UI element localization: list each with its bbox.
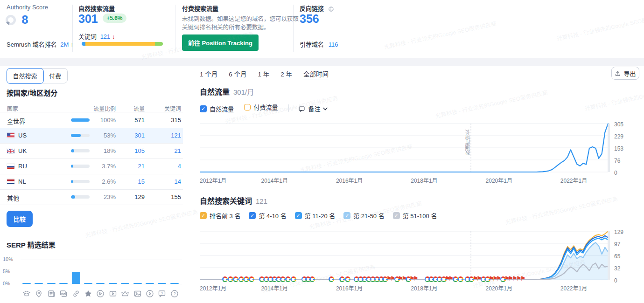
tab-paid[interactable]: 付费 <box>43 69 67 83</box>
serp-bar-others[interactable] <box>170 283 179 284</box>
organic-traffic-label: 自然搜索流量 <box>78 4 115 13</box>
checkbox-checked-icon: ✓ <box>343 212 350 219</box>
google-update-icon[interactable] <box>222 276 228 282</box>
chart1-controls: ✓ 自然流量 付费流量 备注 <box>200 103 336 113</box>
period-tab-1个月[interactable]: 1 个月 <box>200 69 217 80</box>
traffic-value[interactable]: 105 <box>120 147 145 154</box>
tab-organic[interactable]: 自然搜索 <box>7 68 44 84</box>
top-stories-icon[interactable] <box>121 289 129 297</box>
referring-domains-value-link[interactable]: 116 <box>329 41 338 48</box>
country-name: 其他 <box>7 195 19 202</box>
notes-dropdown[interactable]: 备注 <box>298 104 328 113</box>
x-tick-label: 2022年1月 <box>560 176 587 184</box>
serp-bar-images[interactable] <box>59 283 68 284</box>
period-tab-1年[interactable]: 1 年 <box>258 69 270 80</box>
traffic-value[interactable]: 301 <box>120 132 145 139</box>
video-carousel-icon[interactable] <box>146 289 154 297</box>
keywords-value[interactable]: 4 <box>153 163 181 170</box>
news-icon[interactable] <box>47 289 56 297</box>
x-tick-label: 2014年1月 <box>261 284 288 292</box>
country-row-US[interactable]: US53%301121 <box>0 128 183 143</box>
country-row-全世界[interactable]: 全世界100%571315 <box>0 112 183 128</box>
serp-bar-image-pack[interactable] <box>133 283 142 284</box>
pct-value: 18% <box>87 147 116 154</box>
country-row-UK[interactable]: UK18%10521 <box>0 143 183 158</box>
google-update-icon[interactable] <box>244 276 249 282</box>
serp-bar-top-stories[interactable] <box>121 283 129 284</box>
others-icon[interactable]: ? <box>170 289 179 297</box>
serp-bar-faq[interactable] <box>158 283 166 284</box>
organic-traffic-checkbox[interactable]: ✓ 自然流量 <box>200 104 234 113</box>
google-update-icon[interactable] <box>291 276 296 282</box>
export-button[interactable]: 导出 <box>611 67 639 80</box>
legend-checkbox-第4-10名[interactable]: ✓第 4-10 名 <box>249 211 286 220</box>
x-tick-label: 2018年1月 <box>411 176 437 184</box>
serp-bar-news[interactable] <box>47 283 56 284</box>
keywords-label: 关键词 <box>78 33 97 40</box>
alert-flag-icon[interactable]: ⚑ <box>520 276 526 282</box>
keywords-row: 关键词 121 ↓ <box>78 32 115 41</box>
google-update-icon[interactable] <box>329 276 334 282</box>
legend-checkbox-第51-100名[interactable]: ✓第 51-100 名 <box>393 211 437 220</box>
google-update-icon[interactable] <box>249 276 254 282</box>
serp-bar-knowledge-graph[interactable] <box>22 283 31 284</box>
legend-label: 第 4-10 名 <box>259 211 286 220</box>
keywords-value[interactable]: 14 <box>153 178 181 185</box>
organic-traffic-chart[interactable] <box>200 123 610 173</box>
images-icon[interactable] <box>59 289 68 297</box>
legend-checkbox-排名前3名[interactable]: ✓排名前 3 名 <box>200 211 240 220</box>
image-pack-icon[interactable] <box>133 289 142 297</box>
chart1-annotation: 数据库增长 <box>464 130 472 155</box>
period-tab-全部时间[interactable]: 全部时间 <box>303 69 329 80</box>
serp-bar-local-pack[interactable] <box>35 283 43 284</box>
series-第 4-10 名 <box>200 236 608 280</box>
checkbox-checked-icon: ✓ <box>393 212 400 219</box>
google-update-icon[interactable] <box>228 276 233 282</box>
country-row-其他[interactable]: 其他23%129155 <box>0 189 183 205</box>
google-update-icon[interactable] <box>285 276 291 282</box>
organic-keywords-chart[interactable] <box>200 230 610 281</box>
svg-text:?: ? <box>173 291 175 296</box>
traffic-value[interactable]: 15 <box>120 178 145 185</box>
sitelinks-icon[interactable] <box>72 289 80 297</box>
semrush-rank-value-link[interactable]: 2M <box>60 41 69 48</box>
serp-bar-reviews[interactable] <box>84 283 92 284</box>
google-update-icon[interactable] <box>345 276 350 282</box>
y-tick-label: 65 <box>614 253 620 260</box>
knowledge-graph-icon[interactable] <box>22 289 31 297</box>
faq-icon[interactable]: ? <box>158 289 166 297</box>
video-icon[interactable] <box>96 289 105 297</box>
period-tab-2年[interactable]: 2 年 <box>280 69 292 80</box>
serp-gridline <box>21 284 182 284</box>
legend-checkbox-第21-50名[interactable]: ✓第 21-50 名 <box>343 211 384 220</box>
google-update-icon[interactable] <box>238 276 244 282</box>
organic-traffic-value: 301 <box>78 12 98 25</box>
position-tracking-button[interactable]: 前往 Position Tracking <box>182 34 259 51</box>
country-row-NL[interactable]: NL2.6%1514 <box>0 174 183 189</box>
traffic-value[interactable]: 21 <box>120 163 145 170</box>
period-tab-6个月[interactable]: 6 个月 <box>229 69 246 80</box>
compare-button[interactable]: 比较 <box>7 211 33 227</box>
paid-no-data-message: 未找到数据。如果这是您的域名，您可以获取 关键词排名相关的所有必要数据。 <box>182 15 299 32</box>
google-update-icon[interactable] <box>339 276 345 282</box>
serp-ytick: 0% <box>3 281 19 286</box>
reviews-icon[interactable] <box>84 289 92 297</box>
paid-traffic-checkbox[interactable]: 付费流量 <box>244 103 278 111</box>
google-update-icon[interactable] <box>458 276 463 282</box>
keywords-value[interactable]: 121 <box>153 132 181 139</box>
authority-score-label: Authority Score <box>7 4 48 11</box>
country-row-RU[interactable]: RU3.7%214 <box>0 158 183 174</box>
serp-bar-video[interactable] <box>96 283 105 284</box>
google-update-icon[interactable] <box>233 276 238 282</box>
featured-video-icon[interactable] <box>109 289 117 297</box>
local-pack-icon[interactable] <box>35 289 43 297</box>
legend-checkbox-第11-20名[interactable]: ✓第 11-20 名 <box>295 211 336 220</box>
alert-flag-icon[interactable]: ⚑ <box>413 276 419 282</box>
serp-bar-sitelinks[interactable] <box>72 272 80 284</box>
serp-bar-video-carousel[interactable] <box>146 283 154 284</box>
google-update-icon[interactable] <box>453 276 458 282</box>
keywords-value-link[interactable]: 121 <box>100 33 111 40</box>
keywords-value[interactable]: 21 <box>153 147 181 154</box>
serp-bar-featured-video[interactable] <box>109 283 117 284</box>
keywords-section-title: 自然搜索关键词121 <box>200 195 267 206</box>
